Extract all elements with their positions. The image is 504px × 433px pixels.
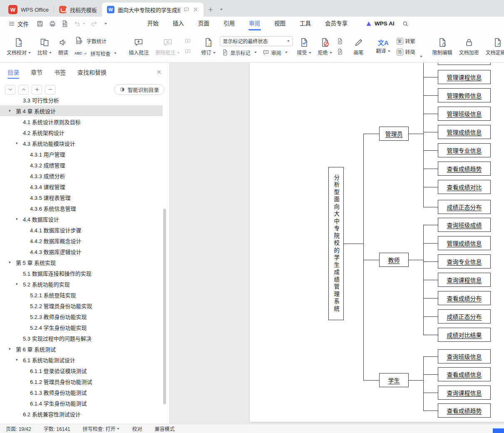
tab-wps-office[interactable]: W WPS Office xyxy=(3,2,54,17)
toc-item[interactable]: 4.3.6 系统信息管理 xyxy=(0,203,163,214)
next-comment-icon[interactable] xyxy=(184,48,191,55)
toc-item[interactable]: 6.1.3 教师身份功能测试 xyxy=(0,387,163,398)
to-simplified-button[interactable]: 简 转简 xyxy=(395,47,417,56)
compare-button[interactable]: 比较 xyxy=(34,33,55,60)
show-markup-button[interactable]: 显示标记 xyxy=(220,48,259,57)
next-change-icon[interactable] xyxy=(337,48,343,55)
toc-item[interactable]: 6.1.1 登录验证模块测试 xyxy=(0,365,163,376)
word-count-button[interactable]: 123 字数统计 xyxy=(72,35,119,47)
toc-item[interactable]: 5.1 数据库连接和操作的实现 xyxy=(0,268,163,279)
menu-tab-view[interactable]: 视图 xyxy=(267,17,293,30)
previous-change-icon[interactable] xyxy=(337,38,343,45)
menu-tab-review[interactable]: 审阅 xyxy=(242,17,267,30)
toc-item[interactable]: 5.2.3 教师身份功能实现 xyxy=(0,311,163,322)
expand-arrow-icon[interactable] xyxy=(9,347,11,351)
expand-arrow-icon[interactable] xyxy=(16,217,18,221)
wps-logo-icon: W xyxy=(8,5,17,14)
search-icon[interactable] xyxy=(402,20,409,27)
accept-button[interactable]: 接受 xyxy=(294,33,315,60)
undo-button[interactable] xyxy=(74,20,85,27)
proofread-button[interactable]: 校对 xyxy=(132,425,142,432)
menu-tab-tools[interactable]: 工具 xyxy=(293,17,318,30)
toc-item[interactable]: 4.3 系统功能模块设计 xyxy=(0,138,163,149)
toc-item[interactable]: 4.4.1 数据库设计步骤 xyxy=(0,224,163,235)
menu-tab-page[interactable]: 页面 xyxy=(191,17,216,30)
toc-item[interactable]: 4.3.5 课程表管理 xyxy=(0,192,163,203)
quick-access-chevron-icon[interactable] xyxy=(103,23,107,25)
markup-state-select[interactable]: 显示标记的最终状态 xyxy=(220,36,293,46)
toc-item[interactable]: 6.1.4 学生身份功能测试 xyxy=(0,398,163,408)
toc-item[interactable]: 5.2.1 系统登陆实现 xyxy=(0,289,163,300)
collapse-all-button[interactable] xyxy=(18,85,29,95)
insert-comment-button[interactable]: 插入批注 xyxy=(125,33,152,60)
expand-arrow-icon[interactable] xyxy=(16,141,18,145)
toc-item[interactable]: 3.3 可行性分析 xyxy=(0,98,163,105)
menu-tab-insert[interactable]: 插入 xyxy=(166,17,191,30)
read-aloud-button[interactable]: 朗读 xyxy=(55,33,72,60)
zoom-out-button[interactable] xyxy=(45,85,55,95)
delete-comment-button[interactable]: 删除批注 xyxy=(152,33,183,60)
toc-item[interactable]: 4.1 系统设计原则及目标 xyxy=(0,116,163,127)
tab-close-icon[interactable] xyxy=(193,7,199,12)
doc-proofing-button[interactable]: 文档校对 xyxy=(3,33,34,60)
tab-docer-templates[interactable]: 找稻壳模板 xyxy=(54,2,102,17)
expand-arrow-icon[interactable] xyxy=(16,358,18,362)
toc-item[interactable]: 6.1.2 管理员身份功能测试 xyxy=(0,376,163,387)
ribbon-more-chevron-icon[interactable] xyxy=(418,53,422,59)
expand-arrow-icon[interactable] xyxy=(16,282,18,286)
wps-ai-button[interactable]: WPS AI xyxy=(365,20,395,27)
toc-item-chapter-4[interactable]: 第 4 章 系统设计 xyxy=(0,105,163,116)
to-traditional-button[interactable]: 繁 转繁 xyxy=(395,37,417,45)
ink-brush-button[interactable]: 画笔 xyxy=(350,33,367,60)
toc-item[interactable]: 4.3.4 课程管理 xyxy=(0,181,163,192)
print-preview-button[interactable] xyxy=(61,20,69,27)
menu-tab-membership[interactable]: 会员专享 xyxy=(318,17,355,30)
toc-item[interactable]: 4.3.2 成绩管理 xyxy=(0,159,163,170)
toc-item-chapter-5[interactable]: 第 5 章 系统实现 xyxy=(0,257,163,268)
expand-arrow-icon[interactable] xyxy=(9,260,11,264)
zoom-in-button[interactable] xyxy=(32,85,42,95)
sidebar-tab-contents[interactable]: 目录 xyxy=(7,63,19,81)
reject-button[interactable]: 拒绝 xyxy=(315,33,335,60)
toc-item[interactable]: 4.4.3 数据库逻辑设计 xyxy=(0,246,163,257)
toc-item[interactable]: 5.3 实现过程中的问题与解决 xyxy=(0,333,163,343)
track-changes-button[interactable]: 修订 xyxy=(198,33,219,60)
toc-item[interactable]: 5.2.4 学生身份功能实现 xyxy=(0,322,163,333)
expand-arrow-icon[interactable] xyxy=(9,109,11,113)
redo-button[interactable] xyxy=(90,20,98,27)
toc-item[interactable]: 6.1 系统功能测试设计 xyxy=(0,354,163,365)
new-tab-button[interactable] xyxy=(206,5,215,14)
spell-check-button[interactable]: ABC 拼写检查 xyxy=(72,49,119,58)
translate-button[interactable]: 文A 翻译 xyxy=(373,33,394,60)
previous-comment-icon[interactable] xyxy=(184,38,191,45)
menu-tab-reference[interactable]: 引用 xyxy=(216,17,242,30)
encrypt-document-button[interactable]: 文档加密 xyxy=(456,33,482,60)
sidebar-tab-bookmarks[interactable]: 书签 xyxy=(54,63,66,81)
sidebar-tab-chapters[interactable]: 章节 xyxy=(31,63,42,81)
toc-item[interactable]: 6.2 系统兼容性测试设计 xyxy=(0,408,163,419)
toc-item[interactable]: 4.3.3 成绩分析 xyxy=(0,170,163,181)
sidebar-scrollbar-thumb[interactable] xyxy=(163,209,166,404)
restrict-editing-button[interactable]: 限制编辑 xyxy=(429,33,456,60)
menu-tab-home[interactable]: 开始 xyxy=(140,17,166,30)
file-menu-button[interactable]: 文件 xyxy=(5,20,32,28)
toc-item[interactable]: 5.2 系统功能的实现 xyxy=(0,279,163,289)
toc-item[interactable]: 5.2.2 管理员身份功能实现 xyxy=(0,300,163,311)
traditional-glyph-icon: 繁 xyxy=(397,38,403,45)
toc-item[interactable]: 4.4 数据库设计 xyxy=(0,214,163,224)
spell-check-toggle[interactable]: 拼写检查: 打开 xyxy=(83,425,120,432)
toc-item-chapter-6[interactable]: 第 6 章 系统测试 xyxy=(0,343,163,354)
finalize-document-button[interactable]: 文档定稿 xyxy=(482,33,504,60)
toc-item[interactable]: 4.2 系统架构设计 xyxy=(0,127,163,138)
smart-toc-button[interactable]: 智能识别目录 xyxy=(114,84,164,95)
sidebar-close-icon[interactable] xyxy=(156,69,162,75)
toc-item[interactable]: 4.4.2 数据库概念设计 xyxy=(0,235,163,246)
save-button[interactable] xyxy=(36,20,44,27)
review-pane-button[interactable]: 审阅 xyxy=(261,48,290,57)
toc-item[interactable]: 4.3.1 用户管理 xyxy=(0,149,163,159)
print-button[interactable] xyxy=(49,20,56,27)
expand-all-button[interactable] xyxy=(5,85,15,95)
tab-active-document[interactable]: W 面向大中专院校的学生成绩管 xyxy=(102,2,204,17)
tab-list-chevron-icon[interactable] xyxy=(216,5,225,14)
sidebar-tab-find-replace[interactable]: 查找和替换 xyxy=(77,63,107,81)
